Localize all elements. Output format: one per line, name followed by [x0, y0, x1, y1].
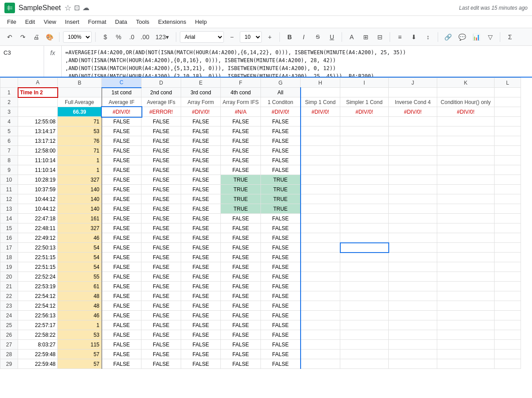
col-header-G[interactable]: G: [261, 78, 301, 88]
cell-D27[interactable]: FALSE: [141, 340, 181, 350]
cell-F5[interactable]: FALSE: [221, 126, 261, 136]
cell-G22[interactable]: FALSE: [261, 291, 301, 301]
cell-F1[interactable]: 4th cond: [221, 88, 261, 97]
cell-L11[interactable]: [495, 185, 521, 194]
cell-C27[interactable]: FALSE: [102, 340, 141, 350]
cell-B2[interactable]: Full Average: [58, 97, 102, 107]
cell-C8[interactable]: FALSE: [102, 156, 141, 165]
cell-A9[interactable]: 11:10:14: [18, 165, 58, 175]
cell-E26[interactable]: FALSE: [181, 330, 221, 340]
cell-L6[interactable]: [495, 136, 521, 146]
cell-K25[interactable]: [437, 320, 495, 330]
cell-H23[interactable]: [301, 301, 340, 311]
italic-button[interactable]: I: [298, 31, 310, 43]
cell-B20[interactable]: 55: [58, 272, 102, 282]
cell-L1[interactable]: [495, 88, 521, 97]
cell-I23[interactable]: [340, 301, 389, 311]
cell-H29[interactable]: [301, 359, 340, 369]
cell-L12[interactable]: [495, 194, 521, 204]
col-header-L[interactable]: L: [495, 78, 521, 88]
cell-I11[interactable]: [340, 185, 389, 194]
cell-H9[interactable]: [301, 165, 340, 175]
cell-L19[interactable]: [495, 262, 521, 272]
cell-B27[interactable]: 115: [58, 340, 102, 350]
cell-K11[interactable]: [437, 185, 495, 194]
cell-A26[interactable]: 22:58:22: [18, 330, 58, 340]
cell-G5[interactable]: FALSE: [261, 126, 301, 136]
link-button[interactable]: 🔗: [442, 31, 454, 43]
font-increase-button[interactable]: +: [264, 31, 276, 43]
cell-B21[interactable]: 61: [58, 282, 102, 291]
cell-D24[interactable]: FALSE: [141, 311, 181, 320]
col-header-C[interactable]: C: [102, 78, 141, 88]
cell-G25[interactable]: FALSE: [261, 320, 301, 330]
cell-A17[interactable]: 22:50:13: [18, 243, 58, 253]
cell-F25[interactable]: FALSE: [221, 320, 261, 330]
cell-B25[interactable]: 1: [58, 320, 102, 330]
cell-J22[interactable]: [389, 291, 437, 301]
cell-I19[interactable]: [340, 262, 389, 272]
cell-B11[interactable]: 140: [58, 185, 102, 194]
cell-G13[interactable]: TRUE: [261, 204, 301, 214]
cell-H21[interactable]: [301, 282, 340, 291]
cell-B1[interactable]: [58, 88, 102, 97]
cell-C15[interactable]: FALSE: [102, 223, 141, 233]
menu-insert[interactable]: Insert: [61, 18, 83, 26]
cell-J20[interactable]: [389, 272, 437, 282]
cell-H17[interactable]: [301, 243, 340, 253]
cell-D4[interactable]: FALSE: [141, 117, 181, 126]
cell-A3[interactable]: [18, 107, 58, 117]
cell-I6[interactable]: [340, 136, 389, 146]
col-header-I[interactable]: I: [340, 78, 389, 88]
cell-K6[interactable]: [437, 136, 495, 146]
cell-K16[interactable]: [437, 233, 495, 243]
cell-E9[interactable]: FALSE: [181, 165, 221, 175]
cell-I13[interactable]: [340, 204, 389, 214]
cell-L22[interactable]: [495, 291, 521, 301]
col-header-K[interactable]: K: [437, 78, 495, 88]
cell-F15[interactable]: FALSE: [221, 223, 261, 233]
cell-L15[interactable]: [495, 223, 521, 233]
cell-G1[interactable]: All: [261, 88, 301, 97]
cell-D22[interactable]: FALSE: [141, 291, 181, 301]
cell-D19[interactable]: FALSE: [141, 262, 181, 272]
menu-extensions[interactable]: Extensions: [155, 18, 190, 26]
cell-L29[interactable]: [495, 359, 521, 369]
cell-I20[interactable]: [340, 272, 389, 282]
cell-E3[interactable]: #DIV/0!: [181, 107, 221, 117]
cell-G23[interactable]: FALSE: [261, 301, 301, 311]
zoom-select[interactable]: 100% 75% 125%: [63, 31, 92, 43]
col-header-A[interactable]: A: [18, 78, 58, 88]
cell-E21[interactable]: FALSE: [181, 282, 221, 291]
cell-L9[interactable]: [495, 165, 521, 175]
cell-J3[interactable]: #DIV/0!: [389, 107, 437, 117]
cell-B14[interactable]: 161: [58, 214, 102, 223]
cell-I26[interactable]: [340, 330, 389, 340]
cell-F17[interactable]: FALSE: [221, 243, 261, 253]
cell-J4[interactable]: [389, 117, 437, 126]
cell-L7[interactable]: [495, 146, 521, 156]
cell-E4[interactable]: FALSE: [181, 117, 221, 126]
cell-L5[interactable]: [495, 126, 521, 136]
cell-K27[interactable]: [437, 340, 495, 350]
cell-B16[interactable]: 46: [58, 233, 102, 243]
cell-B3[interactable]: 66.39: [58, 107, 102, 117]
cell-F27[interactable]: FALSE: [221, 340, 261, 350]
cell-B23[interactable]: 48: [58, 301, 102, 311]
cell-B19[interactable]: 54: [58, 262, 102, 272]
cell-J21[interactable]: [389, 282, 437, 291]
font-decrease-button[interactable]: −: [226, 31, 238, 43]
cell-H25[interactable]: [301, 320, 340, 330]
cell-L4[interactable]: [495, 117, 521, 126]
cell-C13[interactable]: FALSE: [102, 204, 141, 214]
cell-C26[interactable]: FALSE: [102, 330, 141, 340]
cell-E23[interactable]: FALSE: [181, 301, 221, 311]
cell-F13[interactable]: TRUE: [221, 204, 261, 214]
cell-E2[interactable]: Array Form: [181, 97, 221, 107]
cell-A16[interactable]: 22:49:12: [18, 233, 58, 243]
cell-D29[interactable]: FALSE: [141, 359, 181, 369]
cell-A21[interactable]: 22:53:19: [18, 282, 58, 291]
cell-B12[interactable]: 140: [58, 194, 102, 204]
cell-F14[interactable]: FALSE: [221, 214, 261, 223]
cell-K26[interactable]: [437, 330, 495, 340]
